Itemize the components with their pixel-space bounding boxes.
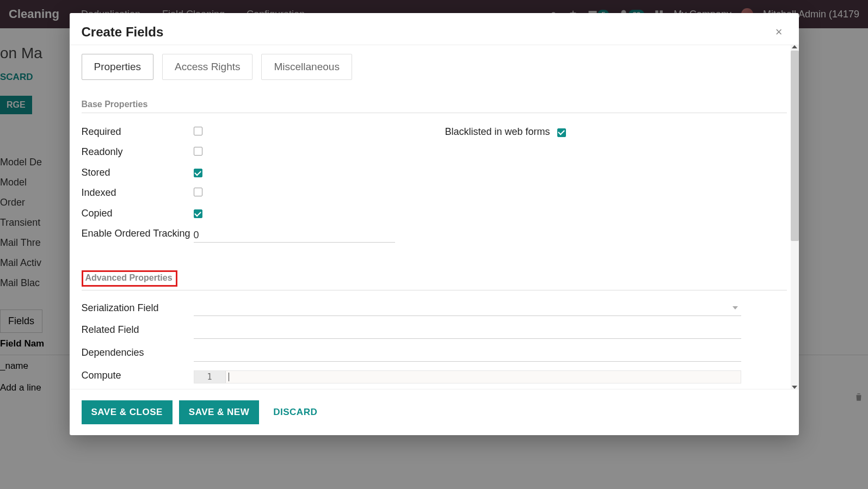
modal-body: Properties Access Rights Miscellaneous B…: [70, 45, 799, 389]
label-dependencies: Dependencies: [82, 346, 194, 359]
input-related-field[interactable]: [194, 325, 741, 339]
label-readonly: Readonly: [82, 146, 194, 158]
discard-button[interactable]: DISCARD: [266, 400, 325, 424]
label-copied: Copied: [82, 207, 194, 220]
tabs: Properties Access Rights Miscellaneous: [82, 54, 787, 80]
label-stored: Stored: [82, 166, 194, 179]
modal-footer: SAVE & CLOSE SAVE & NEW DISCARD: [70, 389, 799, 435]
label-blacklisted: Blacklisted in web forms: [445, 126, 557, 138]
checkbox-indexed[interactable]: [194, 188, 202, 196]
text-cursor: [229, 373, 229, 381]
checkbox-copied[interactable]: [194, 209, 202, 218]
tab-properties[interactable]: Properties: [82, 54, 154, 80]
label-required: Required: [82, 126, 194, 138]
section-advanced-properties: Advanced Properties: [82, 270, 177, 287]
chevron-down-icon: [732, 306, 738, 310]
checkbox-stored[interactable]: [194, 169, 202, 177]
modal-header: Create Fields ×: [70, 13, 799, 45]
scroll-up-icon[interactable]: [792, 45, 797, 48]
label-related-field: Related Field: [82, 324, 194, 336]
tab-access-rights[interactable]: Access Rights: [162, 54, 253, 80]
close-icon[interactable]: ×: [771, 23, 787, 41]
input-dependencies[interactable]: [194, 348, 741, 362]
modal-title: Create Fields: [82, 24, 164, 40]
checkbox-readonly[interactable]: [194, 147, 202, 156]
tab-miscellaneous[interactable]: Miscellaneous: [261, 54, 352, 80]
scrollbar-thumb[interactable]: [791, 51, 799, 241]
trash-icon[interactable]: [854, 392, 864, 402]
label-compute: Compute: [82, 369, 194, 382]
dropdown-serialization-field[interactable]: [194, 303, 741, 316]
checkbox-required[interactable]: [194, 127, 202, 135]
label-indexed: Indexed: [82, 187, 194, 199]
code-gutter-line: 1: [194, 371, 226, 383]
scroll-down-icon[interactable]: [792, 386, 797, 389]
modal-overlay: Create Fields × Properties Access Rights…: [0, 0, 868, 489]
scrollbar-track[interactable]: [791, 45, 799, 389]
code-editor-compute[interactable]: 1: [194, 370, 741, 383]
save-close-button[interactable]: SAVE & CLOSE: [82, 400, 173, 424]
label-serialization-field: Serialization Field: [82, 302, 194, 314]
section-base-properties: Base Properties: [82, 100, 787, 113]
create-fields-modal: Create Fields × Properties Access Rights…: [70, 13, 799, 435]
label-enable-tracking: Enable Ordered Tracking: [82, 227, 194, 240]
input-enable-tracking[interactable]: [194, 228, 395, 243]
checkbox-blacklisted[interactable]: [557, 128, 566, 137]
save-new-button[interactable]: SAVE & NEW: [179, 400, 259, 424]
